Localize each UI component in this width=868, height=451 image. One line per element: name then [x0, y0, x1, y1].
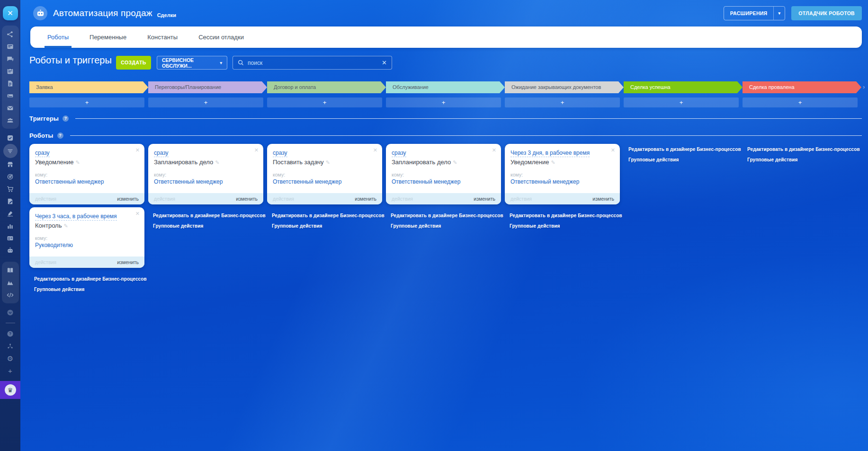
edit-pencil-icon[interactable]: ✎ — [215, 159, 219, 165]
funnel-selector[interactable]: СЕРВИСНОЕ ОБСЛУЖИ... ▾ — [157, 56, 227, 70]
edit-link[interactable]: изменить — [474, 196, 495, 202]
search-input[interactable] — [248, 60, 378, 66]
calendar-icon[interactable] — [4, 65, 17, 77]
add-robot-button[interactable]: + — [386, 97, 501, 107]
edit-designer-link[interactable]: Редактировать в дизайнере Бизнес-процесс… — [34, 276, 147, 282]
close-icon[interactable]: ✕ — [492, 147, 496, 153]
close-icon[interactable]: ✕ — [611, 147, 615, 153]
add-plus-icon[interactable]: + — [4, 364, 17, 377]
stages-scroll-chevron-icon[interactable]: › — [863, 83, 865, 90]
edit-designer-link[interactable]: Редактировать в дизайнере Бизнес-процесс… — [391, 213, 503, 218]
edit-designer-link[interactable]: Редактировать в дизайнере Бизнес-процесс… — [153, 213, 266, 218]
robot-when-link[interactable]: сразу — [35, 149, 50, 157]
stage-zayavka[interactable]: Заявка — [29, 81, 148, 93]
group-actions-link[interactable]: Групповые действия — [747, 157, 798, 162]
close-icon[interactable]: ✕ — [135, 211, 140, 217]
edit-pencil-icon[interactable]: ✎ — [453, 159, 457, 165]
help-icon[interactable]: ? — [63, 115, 69, 122]
drive-icon[interactable] — [4, 89, 17, 102]
market-icon[interactable] — [4, 158, 17, 170]
group-actions-link[interactable]: Групповые действия — [272, 223, 322, 229]
add-robot-button[interactable]: + — [505, 97, 620, 107]
documents-icon[interactable] — [4, 77, 17, 89]
close-icon[interactable]: ✕ — [3, 6, 18, 20]
robot-to-value[interactable]: Ответственный менеджер — [35, 178, 139, 185]
settings-gear-icon[interactable]: ⚙ — [4, 352, 17, 364]
search-clear-icon[interactable]: ✕ — [382, 59, 387, 66]
close-icon[interactable]: ✕ — [135, 147, 140, 153]
robot-when-link[interactable]: сразу — [392, 149, 406, 157]
edit-link[interactable]: изменить — [117, 259, 139, 265]
help-icon[interactable]: ? — [4, 327, 17, 340]
edit-designer-link[interactable]: Редактировать в дизайнере Бизнес-процесс… — [272, 213, 385, 218]
help-icon[interactable]: ? — [57, 133, 63, 139]
edit-link[interactable]: изменить — [236, 196, 258, 202]
edit-link[interactable]: изменить — [117, 196, 139, 202]
add-robot-button[interactable]: + — [624, 97, 739, 107]
robot-when-link[interactable]: Через 3 часа, в рабочее время — [35, 212, 117, 221]
bi-chart-icon[interactable] — [4, 220, 17, 232]
group-actions-link[interactable]: Групповые действия — [153, 223, 204, 229]
extensions-button[interactable]: РАСШИРЕНИЯ ▾ — [724, 6, 786, 20]
stage-ozhidanie[interactable]: Ожидание закрывающих документов — [505, 81, 624, 93]
robots-icon[interactable] — [4, 244, 17, 256]
chevron-down-icon[interactable]: ▾ — [774, 11, 785, 16]
robot-when-link[interactable]: Через 3 дня, в рабочее время — [510, 149, 590, 157]
edit-designer-link[interactable]: Редактировать в дизайнере Бизнес-процесс… — [510, 213, 622, 218]
knowledge-base-icon[interactable] — [4, 264, 17, 276]
target-icon[interactable] — [4, 170, 17, 183]
group-actions-link[interactable]: Групповые действия — [34, 287, 85, 292]
stage-obsluzhivanie[interactable]: Обслуживание — [386, 81, 505, 93]
tasks-check-icon[interactable] — [4, 132, 17, 144]
group-actions-link[interactable]: Групповые действия — [628, 157, 679, 162]
robot-debugger-button[interactable]: ОТЛАДЧИК РОБОТОВ — [791, 6, 862, 20]
stage-dogovor[interactable]: Договор и оплата — [267, 81, 386, 93]
more-chevron-icon[interactable] — [4, 306, 17, 318]
stage-failed[interactable]: Сделка провалена — [743, 81, 861, 93]
edit-designer-link[interactable]: Редактировать в дизайнере Бизнес-процесс… — [628, 147, 741, 152]
contact-card-icon[interactable] — [4, 232, 17, 244]
add-robot-button[interactable]: + — [267, 97, 382, 107]
stage-peregovory[interactable]: Переговоры/Планирование — [148, 81, 267, 93]
robot-to-value[interactable]: Ответственный менеджер — [510, 178, 614, 185]
edit-link[interactable]: изменить — [355, 196, 376, 202]
create-button[interactable]: СОЗДАТЬ — [116, 56, 151, 70]
live-feed-icon[interactable] — [4, 28, 17, 40]
messenger-icon[interactable] — [4, 53, 17, 65]
mail-icon[interactable] — [4, 102, 17, 114]
network-hub-icon[interactable] — [4, 340, 17, 352]
robot-to-value[interactable]: Руководителю — [35, 242, 139, 248]
tab-constants[interactable]: Константы — [147, 27, 178, 48]
tasks-board-icon[interactable] — [4, 40, 17, 53]
group-actions-link[interactable]: Групповые действия — [510, 223, 560, 229]
close-icon[interactable]: ✕ — [254, 147, 259, 153]
edit-link[interactable]: изменить — [592, 196, 614, 202]
robot-to-value[interactable]: Ответственный менеджер — [273, 178, 376, 185]
robot-to-value[interactable]: Ответственный менеджер — [154, 178, 258, 185]
robot-when-link[interactable]: сразу — [273, 149, 287, 157]
robot-when-link[interactable]: сразу — [154, 149, 169, 157]
edit-designer-link[interactable]: Редактировать в дизайнере Бизнес-процесс… — [747, 147, 860, 152]
tab-debug-sessions[interactable]: Сессии отладки — [198, 27, 244, 48]
edit-pencil-icon[interactable]: ✎ — [63, 223, 68, 229]
add-robot-button[interactable]: + — [148, 97, 263, 107]
edit-pencil-icon[interactable]: ✎ — [326, 159, 330, 165]
edit-pencil-icon[interactable]: ✎ — [551, 159, 555, 165]
crm-funnel-icon[interactable] — [3, 144, 18, 158]
stage-success[interactable]: Сделка успешна — [624, 81, 743, 93]
close-icon[interactable]: ✕ — [373, 147, 377, 153]
robot-to-value[interactable]: Ответственный менеджер — [392, 178, 495, 185]
sites-icon[interactable] — [4, 276, 17, 289]
sign-icon[interactable] — [4, 207, 17, 220]
group-actions-link[interactable]: Групповые действия — [391, 223, 441, 229]
tab-variables[interactable]: Переменные — [89, 27, 126, 48]
edit-pencil-icon[interactable]: ✎ — [75, 159, 80, 165]
add-robot-button[interactable]: + — [743, 97, 858, 107]
document-edit-icon[interactable] — [4, 195, 17, 207]
add-robot-button[interactable]: + — [29, 97, 144, 107]
shop-cart-icon[interactable] — [4, 183, 17, 195]
developer-icon[interactable] — [4, 289, 17, 301]
groups-icon[interactable] — [4, 114, 17, 126]
tab-robots[interactable]: Роботы — [47, 27, 69, 48]
plan-crown-icon[interactable]: ♛ — [0, 381, 20, 399]
